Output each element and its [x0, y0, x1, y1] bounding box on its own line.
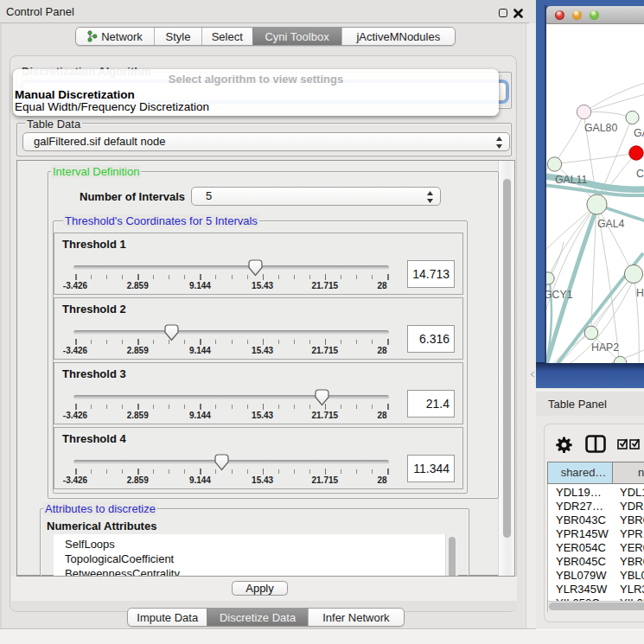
svg-text:HAP1: HAP1 [636, 287, 644, 299]
svg-text:GCY1: GCY1 [546, 289, 573, 301]
svg-text:GAL80: GAL80 [584, 122, 617, 134]
svg-text:CDC1: CDC1 [636, 168, 644, 180]
svg-text:HAP2: HAP2 [591, 341, 619, 354]
svg-text:GAL2: GAL2 [634, 127, 644, 139]
svg-text:GAL4: GAL4 [597, 218, 625, 230]
svg-text:GAL11: GAL11 [555, 174, 588, 186]
